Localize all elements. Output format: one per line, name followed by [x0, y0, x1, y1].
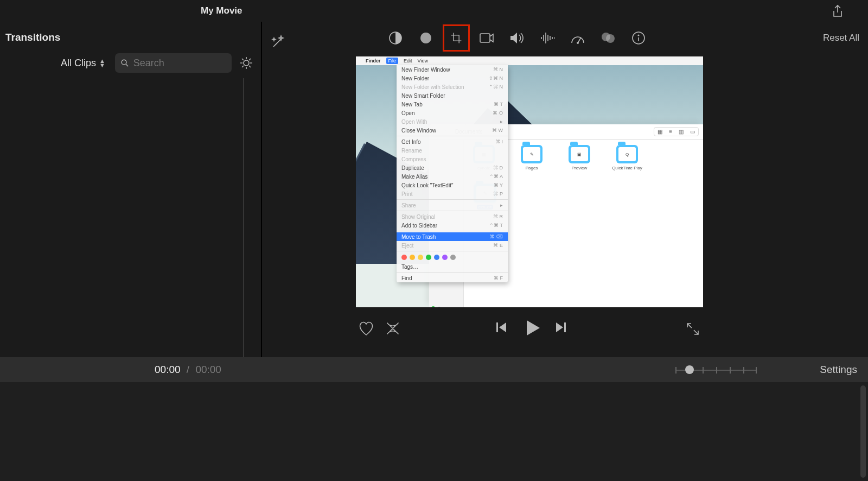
- macos-menubar: Finder File Edit View: [356, 56, 703, 65]
- ctx-item: Share▸: [397, 201, 508, 210]
- ctx-item: New Folder with Selection⌃⌘ N: [397, 83, 508, 91]
- media-browser-panel: Transitions All Clips ▲▼: [0, 22, 262, 357]
- titlebar: My Movie: [0, 0, 868, 22]
- crop-button[interactable]: [448, 29, 465, 47]
- menubar-app: Finder: [366, 58, 381, 64]
- svg-point-8: [637, 34, 639, 36]
- fullscreen-button[interactable]: [685, 321, 700, 337]
- timeline-settings-button[interactable]: Settings: [820, 364, 857, 376]
- svg-point-6: [606, 34, 615, 43]
- ctx-item[interactable]: Add to Sidebar⌃⌘ T: [397, 221, 508, 230]
- finder-item[interactable]: QQuickTime Play: [611, 145, 643, 170]
- timecode: 00:00 / 00:00: [155, 364, 221, 376]
- next-button[interactable]: [554, 320, 568, 334]
- ctx-item[interactable]: Make Alias⌃⌘ A: [397, 172, 508, 181]
- reset-all-button[interactable]: Reset All: [823, 33, 859, 43]
- color-balance-button[interactable]: [387, 29, 404, 47]
- svg-point-1: [244, 60, 249, 66]
- zoom-slider[interactable]: [675, 365, 757, 375]
- browser-body: [0, 78, 261, 357]
- speed-button[interactable]: [569, 29, 586, 47]
- ctx-item[interactable]: Close Window⌘ W: [397, 126, 508, 135]
- color-correction-button[interactable]: [417, 29, 435, 47]
- svg-point-0: [122, 60, 126, 65]
- viewer-panel: Reset All Cropping Finder File Edit View…: [262, 22, 868, 357]
- viewmode-icons-icon[interactable]: ▦: [656, 129, 664, 135]
- ctx-item[interactable]: New Finder Window⌘ N: [397, 65, 508, 74]
- ctx-item: Compress: [397, 155, 508, 163]
- play-button[interactable]: [521, 317, 543, 339]
- clip-info-button[interactable]: [630, 29, 647, 47]
- stabilization-button[interactable]: [478, 29, 495, 47]
- menubar-view: View: [418, 58, 428, 64]
- chevron-updown-icon: ▲▼: [99, 59, 105, 67]
- ctx-item: Rename: [397, 146, 508, 155]
- browser-options-button[interactable]: [237, 54, 256, 72]
- finder-view-modes[interactable]: ▦ ≡ ▥ ▭: [654, 127, 699, 136]
- timeline[interactable]: [0, 382, 868, 481]
- project-title: My Movie: [201, 5, 242, 16]
- finder-item[interactable]: ▣Preview: [564, 145, 595, 170]
- favorite-button[interactable]: [358, 320, 375, 337]
- enhance-button[interactable]: [270, 34, 286, 50]
- ctx-item: Open With▸: [397, 117, 508, 126]
- search-field[interactable]: [115, 53, 232, 73]
- ctx-item[interactable]: New Smart Folder: [397, 91, 508, 100]
- noise-reduction-button[interactable]: [539, 29, 556, 47]
- viewmode-columns-icon[interactable]: ▥: [677, 129, 685, 135]
- timeline-scrollbar[interactable]: [860, 385, 866, 478]
- ctx-item: Eject⌘ E: [397, 241, 508, 250]
- clip-filter-button[interactable]: [599, 29, 617, 47]
- menubar-file: File: [386, 58, 399, 64]
- clip-filter-label: All Clips: [61, 58, 96, 69]
- gear-icon: [239, 55, 254, 71]
- ctx-item[interactable]: New Folder⇧⌘ N: [397, 74, 508, 83]
- ctx-item: Show Original⌘ R: [397, 212, 508, 221]
- finder-item[interactable]: ✎Pages: [516, 145, 547, 170]
- preview-canvas[interactable]: Finder File Edit View New Finder Window⌘…: [356, 56, 703, 307]
- prev-button[interactable]: [494, 320, 508, 334]
- clip-filter-dropdown[interactable]: All Clips ▲▼: [56, 55, 110, 71]
- ctx-item: Print⌘ P: [397, 189, 508, 198]
- ctx-tag-colors[interactable]: [397, 252, 508, 262]
- share-button[interactable]: [832, 4, 844, 18]
- playback-controls: [262, 317, 868, 350]
- zoom-knob[interactable]: [685, 365, 694, 374]
- svg-rect-3: [480, 34, 490, 42]
- browser-tab-transitions[interactable]: Transitions: [0, 31, 60, 43]
- reject-button[interactable]: [385, 320, 401, 337]
- file-context-menu: New Finder Window⌘ NNew Folder⇧⌘ NNew Fo…: [397, 65, 508, 282]
- ctx-item[interactable]: Move to Trash⌘ ⌫: [397, 232, 508, 241]
- menubar-edit: Edit: [404, 58, 412, 64]
- search-icon: [120, 58, 129, 68]
- viewmode-gallery-icon[interactable]: ▭: [688, 129, 697, 135]
- ctx-item[interactable]: Quick Look "TextEdit"⌘ Y: [397, 181, 508, 189]
- ctx-item[interactable]: Get Info⌘ I: [397, 137, 508, 146]
- time-total: 00:00: [195, 364, 221, 375]
- adjustment-toolbar: [387, 29, 647, 47]
- svg-point-4: [577, 42, 579, 44]
- finder-tag-green[interactable]: Green: [431, 305, 461, 307]
- panel-scroll-track: [243, 78, 244, 357]
- ctx-tags[interactable]: Tags…: [397, 262, 508, 271]
- ctx-item[interactable]: New Tab⌘ T: [397, 100, 508, 109]
- volume-button[interactable]: [508, 29, 526, 47]
- ctx-find[interactable]: Find⌘ F: [397, 274, 508, 282]
- timeline-header: 00:00 / 00:00 Settings: [0, 357, 868, 382]
- search-input[interactable]: [133, 58, 226, 69]
- viewmode-list-icon[interactable]: ≡: [667, 129, 674, 135]
- ctx-item[interactable]: Duplicate⌘ D: [397, 163, 508, 172]
- time-current: 00:00: [155, 364, 181, 375]
- ctx-item[interactable]: Open⌘ O: [397, 109, 508, 117]
